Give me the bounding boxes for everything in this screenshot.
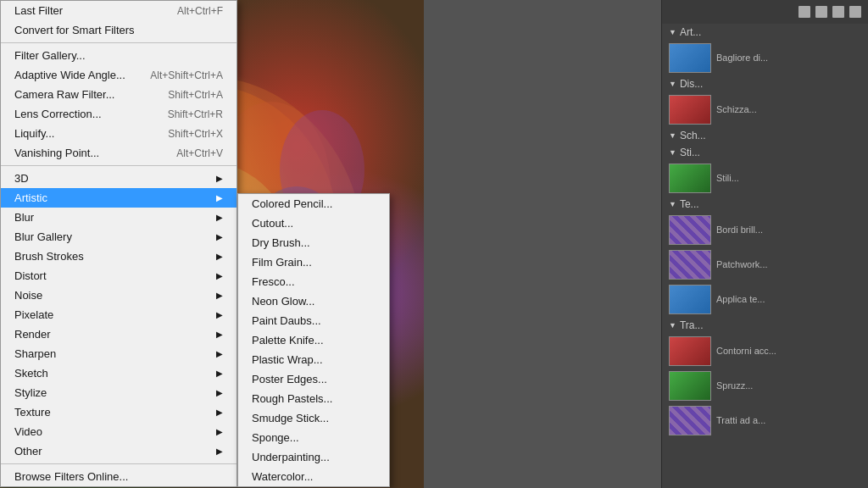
menu-shortcut: Shift+Ctrl+R: [168, 108, 223, 120]
section-header-5[interactable]: ▼Tra...: [662, 317, 868, 334]
submenu-item-underpainting[interactable]: Underpainting...: [238, 447, 389, 467]
options-icon[interactable]: [849, 6, 861, 18]
menu-item-label: Sketch: [14, 367, 48, 380]
menu-item-label: Brush Strokes: [14, 250, 84, 263]
thumbnail-item[interactable]: Applica te...: [662, 282, 868, 317]
menu-item-pixelate[interactable]: Pixelate▶: [1, 305, 236, 324]
thumbnail-label: Schizza...: [716, 104, 757, 115]
menu-item-label: Sharpen: [14, 347, 56, 360]
section-label: Tra...: [680, 319, 704, 331]
submenu-item-fresco[interactable]: Fresco...: [238, 272, 389, 291]
artistic-submenu[interactable]: Colored Pencil...Cutout...Dry Brush...Fi…: [237, 193, 390, 487]
menu-item-render[interactable]: Render▶: [1, 324, 236, 344]
thumbnail-label: Contorni acc...: [716, 346, 776, 357]
submenu-item-colored-pencil[interactable]: Colored Pencil...: [238, 194, 389, 214]
submenu-item-plastic-wrap[interactable]: Plastic Wrap...: [238, 350, 389, 369]
thumbnail-item[interactable]: Spruzz...: [662, 369, 868, 403]
submenu-arrow-icon: ▶: [216, 330, 223, 339]
section-label: Art...: [680, 26, 701, 38]
menu-item-label: Adaptive Wide Angle...: [14, 69, 125, 81]
menu-item-adaptive-wide[interactable]: Adaptive Wide Angle...Alt+Shift+Ctrl+A: [1, 65, 236, 85]
section-header-3[interactable]: ▼Sti...: [662, 144, 868, 161]
menu-item-stylize[interactable]: Stylize▶: [1, 383, 236, 402]
section-arrow-icon: ▼: [669, 28, 676, 36]
submenu-item-watercolor[interactable]: Watercolor...: [238, 467, 389, 486]
menu-item-texture[interactable]: Texture▶: [1, 402, 236, 422]
thumbnail-item[interactable]: Bagliore di...: [662, 41, 868, 75]
section-label: Dis...: [680, 78, 703, 90]
thumbnail-item[interactable]: Schizza...: [662, 92, 868, 127]
submenu-item-palette-knife[interactable]: Palette Knife...: [238, 330, 389, 350]
section-header-1[interactable]: ▼Dis...: [662, 75, 868, 92]
submenu-item-sponge[interactable]: Sponge...: [238, 428, 389, 447]
submenu-item-rough-pastels[interactable]: Rough Pastels...: [238, 389, 389, 408]
thumbnail-image: [669, 95, 711, 125]
thumbnail-item[interactable]: Patchwork...: [662, 247, 868, 282]
section-header-2[interactable]: ▼Sch...: [662, 127, 868, 144]
thumbnail-image: [669, 43, 711, 73]
menu-item-label: Browse Filters Online...: [14, 470, 128, 483]
thumbnail-item[interactable]: Stili...: [662, 161, 868, 196]
menu-item-label: Render: [14, 328, 51, 341]
menu-shortcut: Alt+Ctrl+F: [177, 5, 223, 17]
thumbnail-image: [669, 371, 711, 401]
submenu-arrow-icon: ▶: [216, 369, 223, 378]
thumbnail-label: Bagliore di...: [716, 53, 768, 64]
thumbnail-image: [669, 285, 711, 314]
menu-item-other[interactable]: Other▶: [1, 441, 236, 461]
section-label: Sti...: [680, 147, 700, 158]
photoshop-panel: ▼Art...Bagliore di...▼Dis...Schizza...▼S…: [424, 0, 868, 488]
menu-item-filter-gallery[interactable]: Filter Gallery...: [1, 46, 236, 65]
menu-item-blur[interactable]: Blur▶: [1, 208, 236, 227]
thumbnail-item[interactable]: Tratti ad a...: [662, 403, 868, 438]
submenu-item-poster-edges[interactable]: Poster Edges...: [238, 369, 389, 389]
submenu-arrow-icon: ▶: [216, 193, 223, 202]
menu-item-artistic[interactable]: Artistic▶: [1, 188, 236, 208]
list-icon[interactable]: [815, 6, 827, 18]
submenu-item-smudge-stick[interactable]: Smudge Stick...: [238, 408, 389, 428]
submenu-item-cutout[interactable]: Cutout...: [238, 214, 389, 233]
menu-item-label: Lens Correction...: [14, 108, 102, 120]
menu-item-lens-correction[interactable]: Lens Correction...Shift+Ctrl+R: [1, 104, 236, 124]
menu-item-label: Noise: [14, 289, 42, 302]
submenu-item-neon-glow[interactable]: Neon Glow...: [238, 291, 389, 311]
menu-item-sketch[interactable]: Sketch▶: [1, 363, 236, 383]
menu-item-label: Vanishing Point...: [14, 147, 99, 159]
menu-item-liquify[interactable]: Liquify...Shift+Ctrl+X: [1, 124, 236, 143]
menu-items-container: Last FilterAlt+Ctrl+FConvert for Smart F…: [1, 1, 236, 486]
menu-item-convert-smart[interactable]: Convert for Smart Filters: [1, 20, 236, 40]
section-label: Te...: [680, 198, 699, 210]
menu-item-label: Pixelate: [14, 308, 53, 321]
submenu-item-paint-daubs[interactable]: Paint Daubs...: [238, 311, 389, 330]
menu-item-distort[interactable]: Distort▶: [1, 266, 236, 286]
menu-item-camera-raw[interactable]: Camera Raw Filter...Shift+Ctrl+A: [1, 85, 236, 104]
large-icon[interactable]: [832, 6, 844, 18]
menu-item-noise[interactable]: Noise▶: [1, 286, 236, 305]
menu-item-last-filter[interactable]: Last FilterAlt+Ctrl+F: [1, 1, 236, 20]
menu-item-brush-strokes[interactable]: Brush Strokes▶: [1, 247, 236, 266]
grid-icon[interactable]: [798, 6, 810, 18]
menu-item-label: Convert for Smart Filters: [14, 24, 135, 36]
filter-menu[interactable]: Last FilterAlt+Ctrl+FConvert for Smart F…: [0, 0, 237, 487]
menu-item-3d[interactable]: 3D▶: [1, 169, 236, 188]
section-arrow-icon: ▼: [669, 200, 676, 208]
thumbnail-label: Applica te...: [716, 294, 765, 305]
section-arrow-icon: ▼: [669, 321, 676, 330]
menu-item-blur-gallery[interactable]: Blur Gallery▶: [1, 227, 236, 247]
thumbnail-image: [669, 164, 711, 193]
section-header-0[interactable]: ▼Art...: [662, 24, 868, 41]
layers-panel: ▼Art...Bagliore di...▼Dis...Schizza...▼S…: [661, 0, 868, 488]
submenu-item-dry-brush[interactable]: Dry Brush...: [238, 233, 389, 252]
submenu-item-film-grain[interactable]: Film Grain...: [238, 252, 389, 272]
menu-item-label: Liquify...: [14, 127, 54, 140]
menu-item-browse-filters[interactable]: Browse Filters Online...: [1, 467, 236, 486]
section-header-4[interactable]: ▼Te...: [662, 196, 868, 213]
menu-item-video[interactable]: Video▶: [1, 422, 236, 441]
thumbnail-item[interactable]: Contorni acc...: [662, 334, 868, 369]
submenu-arrow-icon: ▶: [216, 388, 223, 397]
menu-item-sharpen[interactable]: Sharpen▶: [1, 344, 236, 363]
thumbnail-item[interactable]: Bordi brill...: [662, 213, 868, 247]
menu-item-vanishing-point[interactable]: Vanishing Point...Alt+Ctrl+V: [1, 143, 236, 163]
submenu-arrow-icon: ▶: [216, 291, 223, 300]
thumbnail-label: Patchwork...: [716, 259, 768, 270]
